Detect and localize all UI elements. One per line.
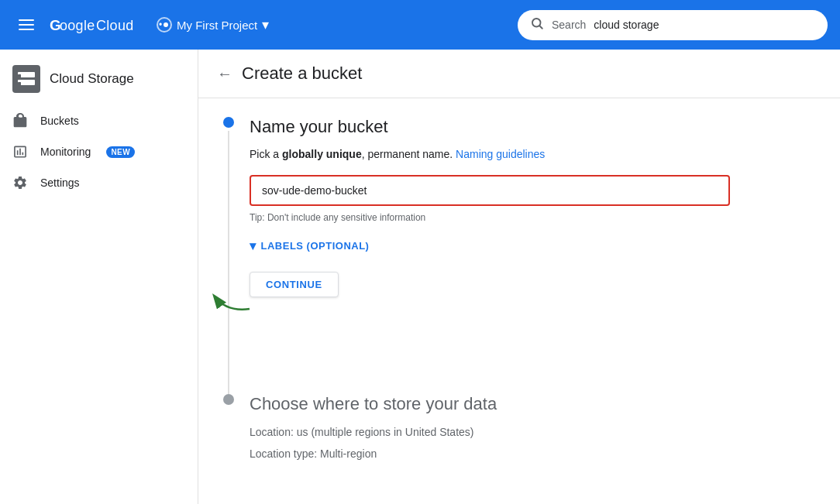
step1-row: Name your bucket Pick a globally unique,… [223,117,815,394]
google-cloud-logo: G oogle Cloud [50,14,135,36]
settings-label: Settings [40,177,80,189]
continue-btn-container: CONTINUE [250,272,339,310]
app-body: Cloud Storage Buckets Monitoring NEW Set… [0,50,840,504]
sidebar-item-buckets[interactable]: Buckets [0,105,191,136]
project-chevron-icon: ▾ [262,16,269,33]
settings-icon [12,175,28,190]
page-title: Create a bucket [242,63,362,84]
step1-title: Name your bucket [250,117,815,137]
tip-text: Tip: Don't include any sensitive informa… [250,212,815,223]
svg-text:Cloud: Cloud [96,18,134,33]
sidebar-item-settings[interactable]: Settings [0,167,191,198]
monitoring-icon [12,144,28,159]
step1-content: Name your bucket Pick a globally unique,… [250,117,815,394]
sidebar: Cloud Storage Buckets Monitoring NEW Set… [0,50,198,504]
search-label: Search [552,19,586,31]
continue-button[interactable]: CONTINUE [250,272,339,297]
project-name: My First Project [177,19,257,32]
project-dot-icon [157,17,172,33]
step2-dot [223,394,234,405]
step1-line [228,131,229,394]
hamburger-menu[interactable] [12,13,40,36]
svg-line-5 [539,26,542,28]
search-icon [530,16,544,34]
step1-indicator [223,117,234,394]
step2-title: Choose where to store your data [250,394,815,414]
back-button[interactable]: ← [217,65,232,83]
top-nav: G oogle Cloud My First Project ▾ Search … [0,0,840,50]
green-arrow-annotation [211,279,253,314]
main-content: ← Create a bucket Name your bucket Pick … [198,50,840,504]
bucket-icon [12,113,28,129]
labels-label: LABELS (OPTIONAL) [261,240,370,252]
search-bar[interactable]: Search cloud storage [518,10,828,40]
svg-point-3 [164,22,168,27]
new-badge: NEW [106,146,135,158]
step1-bold: globally unique [282,148,362,160]
step1-description: Pick a globally unique, permanent name. … [250,146,815,163]
sidebar-title: Cloud Storage [50,71,134,87]
search-value: cloud storage [594,19,659,31]
bucket-name-input[interactable] [250,175,730,206]
naming-guidelines-link[interactable]: Naming guidelines [456,148,545,160]
form-area: Name your bucket Pick a globally unique,… [198,98,840,482]
page-header: ← Create a bucket [198,50,840,98]
step1-dot [223,117,234,128]
buckets-label: Buckets [40,115,79,127]
svg-rect-9 [18,82,21,85]
step2-row: Choose where to store your data Location… [223,394,815,463]
sidebar-header: Cloud Storage [0,56,198,105]
labels-chevron-icon: ▾ [250,238,256,253]
project-selector[interactable]: My First Project ▾ [150,13,275,36]
step2-location-line2: Location type: Multi-region [250,445,815,462]
step2-content: Choose where to store your data Location… [250,394,815,463]
monitoring-label: Monitoring [40,146,91,158]
svg-text:oogle: oogle [60,18,95,33]
svg-rect-7 [18,74,21,77]
step2-location-line1: Location: us (multiple regions in United… [250,423,815,441]
step2-indicator [223,394,234,463]
sidebar-item-monitoring[interactable]: Monitoring NEW [0,136,191,167]
labels-toggle[interactable]: ▾ LABELS (OPTIONAL) [250,238,815,253]
cloud-storage-icon [12,65,40,93]
